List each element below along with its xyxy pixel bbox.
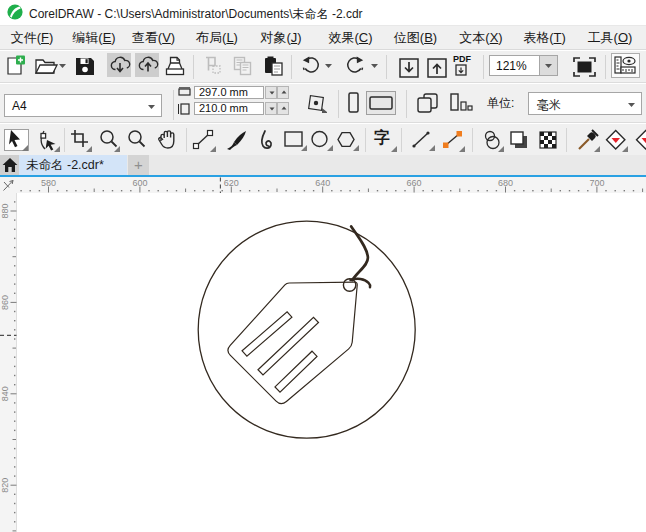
svg-text:840: 840 bbox=[0, 386, 10, 401]
svg-text:860: 860 bbox=[0, 295, 10, 310]
svg-text:880: 880 bbox=[0, 203, 10, 218]
svg-text:820: 820 bbox=[0, 478, 10, 493]
